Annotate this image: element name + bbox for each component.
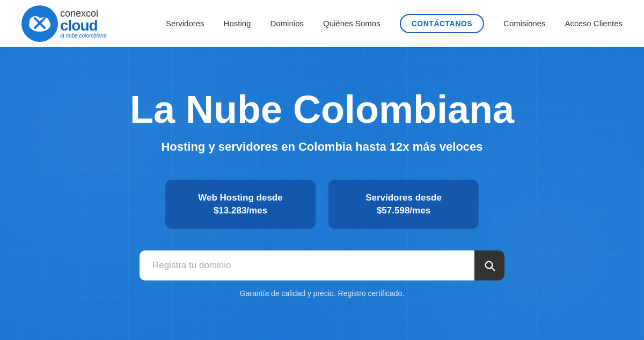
domain-search-input[interactable]	[140, 250, 504, 280]
guarantee-text: Garantía de calidad y precio. Registro c…	[240, 289, 405, 298]
svg-line-7	[492, 268, 494, 270]
hero-title: La Nube Colombiana	[130, 90, 514, 130]
nav-link-quienes[interactable]: Quiénes Somos	[323, 19, 380, 28]
nav-item-contactanos[interactable]: CONTÁCTANOS	[400, 19, 484, 28]
logo-tagline-text: la nube colombiana	[60, 33, 107, 39]
nav-link-servidores[interactable]: Servidores	[166, 19, 204, 28]
nav-item-dominios[interactable]: Dominios	[270, 19, 304, 28]
nav-item-servidores[interactable]: Servidores	[166, 19, 204, 28]
nav-item-quienes[interactable]: Quiénes Somos	[323, 19, 380, 28]
nav-item-acceso[interactable]: Acceso Clientes	[565, 19, 623, 28]
nav-link-acceso[interactable]: Acceso Clientes	[565, 19, 623, 28]
nav-link-dominios[interactable]: Dominios	[270, 19, 304, 28]
navbar: conexcol cloud la nube colombiana Servid…	[0, 0, 644, 47]
nav-item-comisiones[interactable]: Comisiones	[503, 19, 545, 28]
hero-section: La Nube Colombiana Hosting y servidores …	[0, 47, 644, 340]
logo-cloud-text: cloud	[60, 18, 107, 33]
servers-btn-label: Servidores desde	[365, 193, 442, 203]
search-button[interactable]	[474, 250, 504, 280]
logo-text: conexcol cloud la nube colombiana	[60, 9, 107, 39]
servidores-button[interactable]: Servidores desde $57.598/mes	[328, 180, 479, 229]
hero-buttons: Web Hosting desde $13.283/mes Servidores…	[165, 180, 479, 229]
nav-item-hosting[interactable]: Hosting	[224, 19, 251, 28]
servers-btn-price: $57.598/mes	[377, 205, 430, 216]
domain-search-container	[140, 250, 504, 280]
hero-subtitle: Hosting y servidores en Colombia hasta 1…	[161, 140, 482, 154]
nav-link-hosting[interactable]: Hosting	[224, 19, 251, 28]
hosting-btn-price: $13.283/mes	[214, 205, 267, 216]
nav-link-comisiones[interactable]: Comisiones	[503, 19, 545, 28]
logo-icon	[21, 5, 58, 42]
search-icon	[484, 260, 495, 271]
logo[interactable]: conexcol cloud la nube colombiana	[21, 5, 107, 42]
nav-links: Servidores Hosting Dominios Quiénes Somo…	[166, 19, 623, 28]
nav-link-contactanos[interactable]: CONTÁCTANOS	[400, 14, 484, 33]
hosting-btn-label: Web Hosting desde	[198, 193, 282, 203]
web-hosting-button[interactable]: Web Hosting desde $13.283/mes	[165, 180, 316, 229]
